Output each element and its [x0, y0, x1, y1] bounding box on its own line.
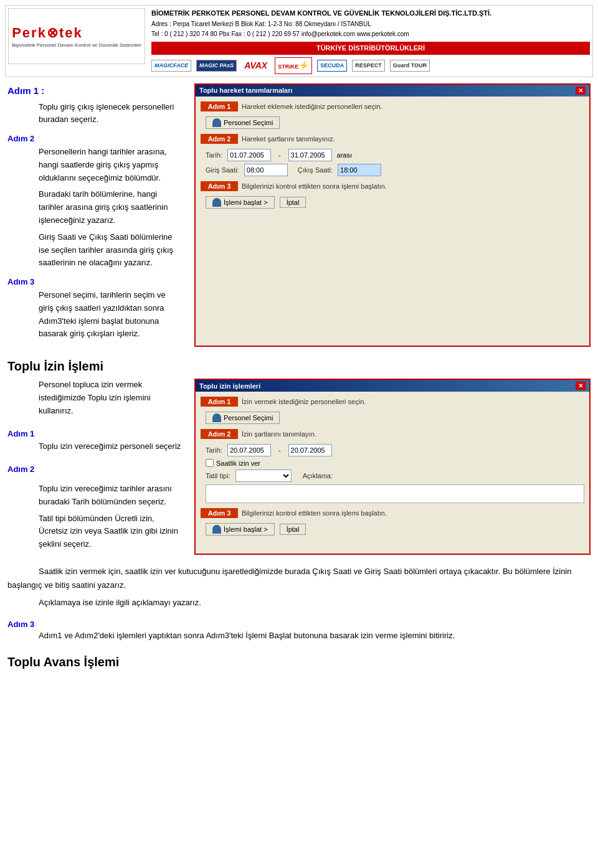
- dialog-toplu-izin: Toplu izin işlemleri ✕ Adım 1 İzin verme…: [194, 379, 591, 555]
- brand-logos: MAGICFACE MAGIC PAsS AVAX STRIKE⚡ SECUDA…: [151, 57, 590, 73]
- person-icon: [212, 118, 221, 127]
- tarih-from-input[interactable]: [227, 149, 271, 161]
- dialog1-cancel-label: İptal: [287, 199, 300, 206]
- logo-area: Perk⊗tek Biyometrik Personel Devam Kontr…: [8, 8, 145, 64]
- dialog1-close-button[interactable]: ✕: [576, 87, 586, 95]
- dialog1-step2: Adım 2 Hareket şartlarını tanımlayınız.: [201, 134, 584, 144]
- adim1-heading: Adım 1 :: [7, 83, 182, 98]
- dialog-toplu-hareket: Toplu hareket tanımlarmaları ✕ Adım 1 Ha…: [194, 83, 591, 347]
- dialog2-action-row: İşlemi başlat > İptal: [206, 523, 584, 535]
- dialog2-step1-badge: Adım 1: [201, 397, 238, 407]
- izin-adim2-heading: Adım 2: [7, 463, 182, 476]
- toplu-hareket-text: Adım 1 : Toplu giriş çıkış işlenecek per…: [7, 83, 182, 347]
- phone-line: Tel : 0 ( 212 ) 320 74 80 Pbx Fax : 0 ( …: [151, 29, 590, 39]
- tarih-separator: -: [278, 151, 281, 159]
- dialog1-cancel-btn[interactable]: İptal: [280, 197, 306, 208]
- saatlik-izin-checkbox[interactable]: [206, 459, 214, 467]
- dialog2-cancel-label: İptal: [287, 526, 300, 533]
- dialog2-cancel-btn[interactable]: İptal: [280, 524, 306, 535]
- dialog1-tarih-row: Tarih: - arası: [206, 149, 584, 161]
- dialog1-step1-desc: Hareket eklemek istediğiniz personelleri…: [242, 101, 382, 110]
- dialog2-titlebar: Toplu izin işlemleri ✕: [196, 380, 589, 392]
- giris-input[interactable]: [244, 164, 288, 176]
- toplu-izin-title: Toplu İzin İşlemi: [7, 359, 591, 374]
- dialog2-step1: Adım 1 İzin vermek istediğiniz personell…: [201, 397, 584, 407]
- brand-strike: STRIKE⚡: [275, 57, 312, 73]
- dialog2-step3-badge: Adım 3: [201, 508, 238, 518]
- dialog1-step2-desc: Hareket şartlarını tanımlayınız.: [242, 134, 335, 143]
- dialog1-action-row: İşlemi başlat > İptal: [206, 196, 584, 209]
- cikis-label: Çıkış Saati:: [298, 166, 333, 174]
- dialog1-start-btn[interactable]: İşlemi başlat >: [206, 196, 275, 209]
- start-icon: [212, 198, 221, 207]
- tatil-select[interactable]: [235, 469, 292, 482]
- adim2-text1: Personellerin hangi tarihler arasına, ha…: [39, 146, 182, 184]
- dialog2-tarih-to-input[interactable]: [288, 444, 332, 456]
- dialog2-aciklama-box: [206, 484, 584, 503]
- person-icon2: [212, 413, 221, 422]
- dialog1-step3-desc: Bilgilerinizi kontrol ettikten sonra işl…: [242, 181, 387, 190]
- dialog2-personel-row: Personel Seçimi: [206, 412, 584, 424]
- brand-secuda: SECUDA: [317, 60, 347, 71]
- cikis-input[interactable]: [338, 164, 381, 176]
- dialog1-title: Toplu hareket tanımlarmaları: [199, 87, 293, 94]
- address-line: Adres : Perpa Ticaret Merkezi B Blok Kat…: [151, 19, 590, 29]
- izin-adim3-heading: Adım 3: [7, 620, 591, 629]
- dialog2-personel-label: Personel Seçimi: [224, 414, 273, 422]
- dialog1-personel-row: Personel Seçimi: [206, 116, 584, 129]
- company-info: BİOMETRİK PERKOTEK PERSONEL DEVAM KONTRO…: [151, 8, 590, 74]
- adim3-heading: Adım 3: [7, 276, 182, 289]
- brand-respect: RESPECT: [352, 60, 385, 71]
- tarih-arasi-label: arası: [337, 151, 352, 159]
- dialog2-tarih-from-input[interactable]: [227, 444, 271, 456]
- dialog2-step3-desc: Bilgilerinizi kontrol ettikten sonra işl…: [242, 508, 387, 517]
- main-content: Adım 1 : Toplu giriş çıkış işlenecek per…: [7, 83, 591, 670]
- dialog2-tatil-row: Tatil tipi: Açıklama:: [206, 469, 584, 482]
- saatlik-izin-text: Saatlik izin vermek için, saatlik izin v…: [7, 565, 591, 592]
- dialog1-body: Adım 1 Hareket eklemek istediğiniz perso…: [196, 97, 589, 214]
- dialog1-step1-badge: Adım 1: [201, 101, 238, 111]
- dialog2-start-label: İşlemi başlat >: [224, 526, 268, 533]
- dialog2-checkbox-row: Saatlik izin ver: [206, 459, 584, 467]
- izin-adim1-heading: Adım 1: [7, 428, 182, 441]
- distributor-bar: TÜRKİYE DİSTRİBÜTÖRLÜKLERİ: [151, 42, 590, 55]
- izin-adim2-text1: Toplu izin vereceğimiz tarihler arasını …: [39, 483, 182, 509]
- aciklama-label: Açıklama:: [303, 472, 333, 479]
- dialog2-step1-desc: İzin vermek istediğiniz personelleri seç…: [242, 397, 366, 405]
- aciklama-text: Açıklamaya ise izinle ilgili açıklamayı …: [39, 596, 591, 610]
- dialog2-title: Toplu izin işlemleri: [199, 382, 260, 390]
- toplu-izin-intro: Personel topluca izin vermek istediğimiz…: [39, 379, 182, 417]
- dialog2-personel-btn[interactable]: Personel Seçimi: [206, 412, 280, 424]
- dialog1-saat-row: Giriş Saati: Çıkış Saati:: [206, 164, 584, 176]
- brand-avax: AVAX: [242, 58, 270, 73]
- tatil-label: Tatil tipi:: [206, 472, 230, 479]
- dialog2-tarih-row: Tarih: -: [206, 444, 584, 456]
- dialog2-tarih-label: Tarih:: [206, 446, 222, 454]
- adim2-text3: Giriş Saati ve Çıkış Saati bölümlerine i…: [39, 231, 182, 270]
- dialog1-personel-btn[interactable]: Personel Seçimi: [206, 116, 280, 129]
- saatlik-izin-label: Saatlik izin ver: [216, 460, 260, 467]
- toplu-izin-text: Personel topluca izin vermek istediğimiz…: [7, 379, 182, 555]
- company-name: BİOMETRİK PERKOTEK PERSONEL DEVAM KONTRO…: [151, 8, 590, 19]
- tarih-to-input[interactable]: [288, 149, 332, 161]
- dialog1-step3: Adım 3 Bilgilerinizi kontrol ettikten so…: [201, 181, 584, 191]
- step3-block: Adım 3 Personel seçimi, tarihlerin seçim…: [7, 276, 182, 341]
- logo-text: Perk⊗tek: [12, 25, 141, 41]
- saatlik-izin-paragraph: Saatlik izin vermek için, saatlik izin v…: [7, 567, 571, 590]
- dialog1-titlebar: Toplu hareket tanımlarmaları ✕: [196, 85, 589, 97]
- dialog2-close-button[interactable]: ✕: [576, 382, 586, 390]
- logo-subtext: Biyometrik Personel Devam Kontrol ve Güv…: [12, 42, 141, 48]
- brand-magic-pass: MAGIC PAsS: [196, 60, 237, 71]
- giris-label: Giriş Saati:: [206, 166, 239, 174]
- dialog2-step2: Adım 2 İzin şartlarını tanımlayın.: [201, 429, 584, 439]
- brand-guardtour: Guard TOUR: [390, 60, 430, 71]
- dialog2-tarih-separator: -: [278, 446, 281, 454]
- izin-adim1-text: Toplu izin vereceğimiz personeli seçeriz: [39, 440, 182, 453]
- toplu-hareket-section: Adım 1 : Toplu giriş çıkış işlenecek per…: [7, 83, 591, 347]
- toplu-avans-title: Toplu Avans İşlemi: [7, 655, 591, 669]
- adim2-heading: Adım 2: [7, 133, 182, 146]
- tarih-label: Tarih:: [206, 151, 222, 159]
- dialog2-start-btn[interactable]: İşlemi başlat >: [206, 523, 275, 535]
- adim1-text: Toplu giriş çıkış işlenecek personelleri…: [39, 101, 182, 127]
- brand-magic-face: MAGICFACE: [151, 60, 191, 71]
